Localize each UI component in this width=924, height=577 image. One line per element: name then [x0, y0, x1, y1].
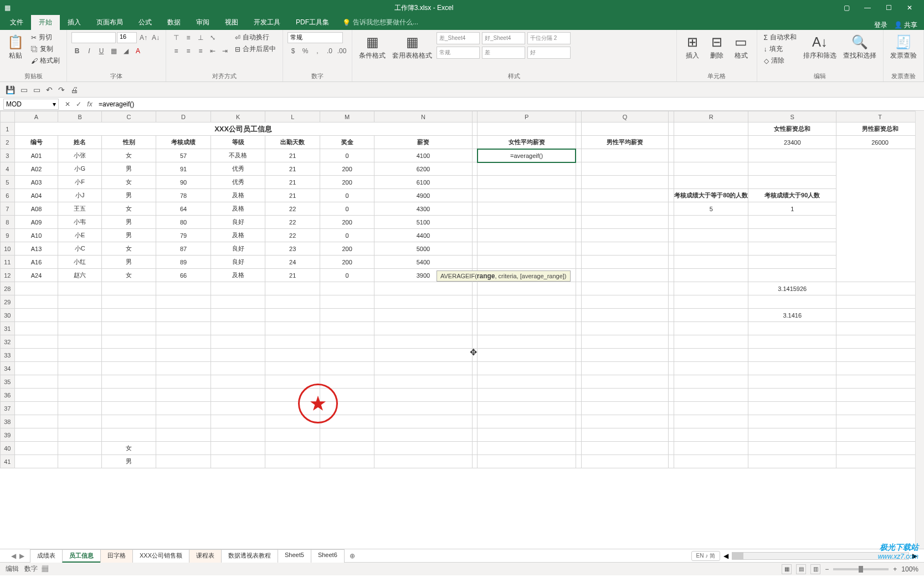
cell[interactable]	[581, 229, 669, 242]
cell[interactable]: 80	[156, 216, 211, 229]
select-all-corner[interactable]	[1, 111, 15, 122]
cell[interactable]: 22	[265, 229, 320, 242]
normal-view-icon[interactable]: ▦	[782, 564, 792, 574]
cell[interactable]	[211, 455, 265, 468]
fill-color-button[interactable]: ◢	[120, 45, 131, 57]
cell[interactable]	[576, 162, 581, 176]
cell[interactable]	[211, 349, 265, 362]
page-break-view-icon[interactable]: ▥	[810, 564, 820, 574]
cell[interactable]	[581, 176, 669, 189]
column-header[interactable]: N	[374, 111, 472, 122]
cell[interactable]: 0	[320, 269, 374, 282]
cell[interactable]	[478, 216, 576, 229]
cell[interactable]	[669, 282, 674, 295]
cell[interactable]: 5	[674, 202, 748, 216]
cell[interactable]	[478, 202, 576, 216]
style-item[interactable]: 好_Sheet4	[482, 32, 525, 44]
insert-cells-button[interactable]: ⊞插入	[681, 32, 704, 62]
font-size-combo[interactable]: 16	[117, 32, 137, 43]
cell[interactable]: 及格	[211, 189, 265, 202]
cell[interactable]	[836, 428, 924, 442]
sheet-tab[interactable]: Sheet6	[311, 549, 345, 563]
cell[interactable]	[576, 282, 581, 295]
cell[interactable]	[102, 415, 156, 428]
cell[interactable]	[674, 269, 748, 282]
cell[interactable]	[581, 269, 669, 282]
cell[interactable]	[674, 375, 748, 389]
bold-button[interactable]: B	[71, 45, 83, 57]
cell[interactable]	[374, 415, 472, 428]
decrease-font-icon[interactable]: A↓	[150, 32, 161, 43]
font-name-combo[interactable]	[71, 32, 116, 43]
cell[interactable]	[576, 136, 581, 149]
cell[interactable]	[576, 216, 581, 229]
cell[interactable]	[576, 389, 581, 402]
cell[interactable]	[320, 282, 374, 295]
cell[interactable]	[478, 122, 576, 136]
row-header[interactable]: 40	[1, 442, 15, 455]
cell[interactable]: 23	[265, 242, 320, 256]
cell[interactable]	[58, 282, 102, 295]
cell[interactable]	[669, 415, 674, 428]
font-color-button[interactable]: A	[132, 45, 143, 57]
cell[interactable]	[576, 455, 581, 468]
cell[interactable]	[669, 242, 674, 256]
cell[interactable]: 5400	[374, 256, 472, 269]
cell[interactable]	[156, 309, 211, 322]
cell[interactable]	[102, 309, 156, 322]
cell[interactable]: 男	[102, 229, 156, 242]
align-bottom-icon[interactable]: ⊥	[195, 32, 206, 43]
cell[interactable]	[669, 375, 674, 389]
cell[interactable]	[265, 282, 320, 295]
cell[interactable]: 编号	[14, 136, 58, 149]
cell[interactable]	[374, 389, 472, 402]
cell[interactable]	[669, 256, 674, 269]
cell[interactable]: 不及格	[211, 149, 265, 162]
column-header[interactable]: Q	[581, 111, 669, 122]
cell[interactable]	[58, 349, 102, 362]
cell[interactable]	[472, 375, 478, 389]
underline-button[interactable]: U	[96, 45, 107, 57]
cell[interactable]	[674, 149, 748, 162]
maximize-icon[interactable]: ☐	[879, 2, 899, 14]
cell[interactable]	[576, 442, 581, 455]
cell[interactable]: 57	[156, 149, 211, 162]
cell[interactable]: A09	[14, 216, 58, 229]
cell[interactable]	[576, 229, 581, 242]
cell[interactable]	[58, 455, 102, 468]
ribbon-display-options-icon[interactable]: ▢	[836, 2, 856, 14]
cancel-formula-icon[interactable]: ✕	[62, 100, 73, 108]
cell[interactable]	[669, 402, 674, 415]
cell[interactable]	[156, 335, 211, 349]
cell[interactable]	[478, 309, 576, 322]
cell[interactable]	[156, 455, 211, 468]
cell[interactable]	[374, 375, 472, 389]
cell[interactable]: 优秀	[211, 176, 265, 189]
increase-font-icon[interactable]: A↑	[138, 32, 149, 43]
cell[interactable]	[674, 295, 748, 309]
cell[interactable]	[748, 375, 836, 389]
row-header[interactable]: 37	[1, 402, 15, 415]
cell[interactable]	[265, 335, 320, 349]
cell[interactable]	[58, 335, 102, 349]
tab-pdf[interactable]: PDF工具集	[288, 15, 337, 30]
cell[interactable]	[674, 402, 748, 415]
cell[interactable]	[669, 136, 674, 149]
cell[interactable]	[748, 335, 836, 349]
cell[interactable]	[211, 375, 265, 389]
cell[interactable]	[265, 362, 320, 375]
cell[interactable]	[581, 442, 669, 455]
tab-dev[interactable]: 开发工具	[246, 15, 288, 30]
cell[interactable]: 200	[320, 216, 374, 229]
cell[interactable]: 64	[156, 202, 211, 216]
tab-view[interactable]: 视图	[217, 15, 246, 30]
cell[interactable]	[576, 335, 581, 349]
cell[interactable]	[669, 176, 674, 189]
format-cells-button[interactable]: ▭格式	[730, 32, 752, 62]
cell[interactable]	[674, 162, 748, 176]
cell[interactable]	[58, 442, 102, 455]
cell[interactable]	[836, 455, 924, 468]
cell[interactable]	[576, 362, 581, 375]
cell[interactable]: 6200	[374, 162, 472, 176]
cell[interactable]: A13	[14, 242, 58, 256]
